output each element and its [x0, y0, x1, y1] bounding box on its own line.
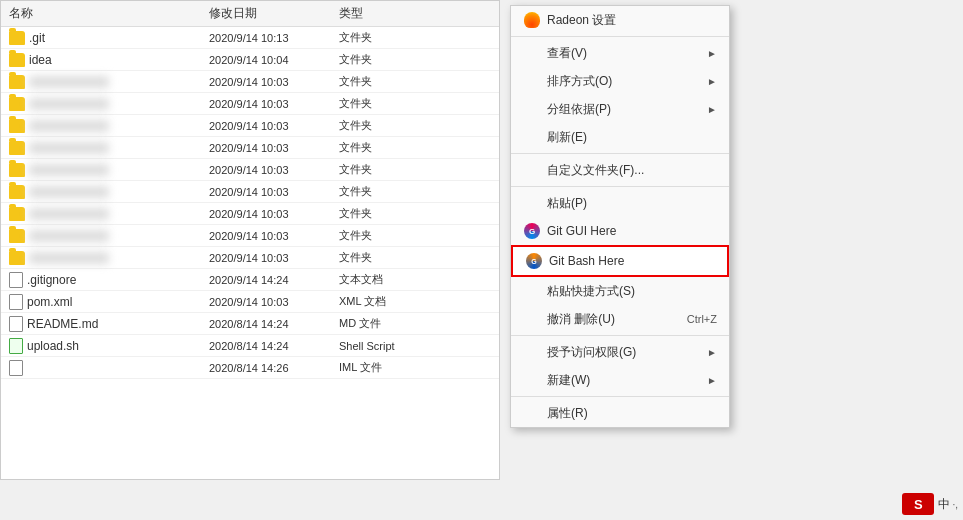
file-list: .git 2020/9/14 10:13 文件夹 idea 2020/9/14 … [1, 27, 499, 379]
folder-icon [9, 251, 25, 265]
col-type: Shell Script [339, 340, 419, 352]
file-name: README.md [27, 317, 98, 331]
menu-item-label: Git Bash Here [549, 254, 715, 268]
system-tray: S 中 ·, [902, 493, 958, 515]
col-type: 文件夹 [339, 184, 419, 199]
menu-item-undo[interactable]: 撤消 删除(U) Ctrl+Z [511, 305, 729, 333]
table-row[interactable]: 2020/9/14 10:03 文件夹 [1, 181, 499, 203]
folder-icon [9, 31, 25, 45]
menu-item-git-bash[interactable]: G Git Bash Here [511, 245, 729, 277]
col-date: 2020/8/14 14:24 [209, 318, 339, 330]
table-row[interactable]: 2020/9/14 10:03 文件夹 [1, 71, 499, 93]
menu-item-paste-shortcut[interactable]: 粘贴快捷方式(S) [511, 277, 729, 305]
menu-item-label: 粘贴快捷方式(S) [547, 283, 717, 300]
menu-separator [511, 335, 729, 336]
folder-icon [9, 163, 25, 177]
table-row[interactable]: 2020/8/14 14:26 IML 文件 [1, 357, 499, 379]
col-type: 文件夹 [339, 140, 419, 155]
submenu-arrow: ► [707, 76, 717, 87]
menu-item-new[interactable]: 新建(W) ► [511, 366, 729, 394]
table-row[interactable]: pom.xml 2020/9/14 10:03 XML 文档 [1, 291, 499, 313]
file-icon [9, 272, 23, 288]
col-name: .git [9, 31, 209, 45]
menu-icon-empty [523, 161, 541, 179]
header-type: 类型 [339, 5, 419, 22]
menu-item-refresh[interactable]: 刷新(E) [511, 123, 729, 151]
col-type: 文件夹 [339, 96, 419, 111]
file-name: .gitignore [27, 273, 76, 287]
col-type: 文件夹 [339, 74, 419, 89]
table-row[interactable]: upload.sh 2020/8/14 14:24 Shell Script [1, 335, 499, 357]
col-name [9, 251, 209, 265]
menu-item-label: 授予访问权限(G) [547, 344, 707, 361]
menu-icon-empty [523, 100, 541, 118]
table-row[interactable]: .gitignore 2020/9/14 14:24 文本文档 [1, 269, 499, 291]
menu-icon-empty [523, 371, 541, 389]
menu-item-paste[interactable]: 粘贴(P) [511, 189, 729, 217]
file-name [29, 164, 109, 176]
col-name [9, 207, 209, 221]
col-type: 文件夹 [339, 206, 419, 221]
explorer-header: 名称 修改日期 类型 [1, 1, 499, 27]
menu-item-customize[interactable]: 自定义文件夹(F)... [511, 156, 729, 184]
table-row[interactable]: 2020/9/14 10:03 文件夹 [1, 203, 499, 225]
folder-icon [9, 75, 25, 89]
menu-item-radeon[interactable]: Radeon 设置 [511, 6, 729, 34]
col-date: 2020/9/14 10:03 [209, 296, 339, 308]
menu-item-group[interactable]: 分组依据(P) ► [511, 95, 729, 123]
col-date: 2020/9/14 10:03 [209, 208, 339, 220]
col-date: 2020/9/14 10:03 [209, 120, 339, 132]
table-row[interactable]: 2020/9/14 10:03 文件夹 [1, 247, 499, 269]
col-type: MD 文件 [339, 316, 419, 331]
sogou-icon: S [902, 493, 934, 515]
file-name: pom.xml [27, 295, 72, 309]
file-name: upload.sh [27, 339, 79, 353]
menu-item-label: 粘贴(P) [547, 195, 717, 212]
col-date: 2020/9/14 10:03 [209, 252, 339, 264]
col-date: 2020/9/14 10:03 [209, 98, 339, 110]
table-row[interactable]: 2020/9/14 10:03 文件夹 [1, 93, 499, 115]
table-row[interactable]: idea 2020/9/14 10:04 文件夹 [1, 49, 499, 71]
table-row[interactable]: README.md 2020/8/14 14:24 MD 文件 [1, 313, 499, 335]
table-row[interactable]: 2020/9/14 10:03 文件夹 [1, 159, 499, 181]
table-row[interactable]: 2020/9/14 10:03 文件夹 [1, 115, 499, 137]
col-type: 文件夹 [339, 52, 419, 67]
table-row[interactable]: .git 2020/9/14 10:13 文件夹 [1, 27, 499, 49]
menu-item-label: Radeon 设置 [547, 12, 717, 29]
folder-icon [9, 119, 25, 133]
menu-item-git-gui[interactable]: G Git GUI Here [511, 217, 729, 245]
menu-separator [511, 153, 729, 154]
submenu-arrow: ► [707, 375, 717, 386]
menu-item-label: 分组依据(P) [547, 101, 707, 118]
col-type: 文件夹 [339, 118, 419, 133]
table-row[interactable]: 2020/9/14 10:03 文件夹 [1, 137, 499, 159]
file-name [29, 76, 109, 88]
menu-item-sort[interactable]: 排序方式(O) ► [511, 67, 729, 95]
col-type: 文件夹 [339, 162, 419, 177]
menu-icon-empty [523, 404, 541, 422]
col-date: 2020/9/14 10:03 [209, 186, 339, 198]
col-date: 2020/9/14 14:24 [209, 274, 339, 286]
col-type: 文件夹 [339, 250, 419, 265]
menu-item-label: 自定义文件夹(F)... [547, 162, 717, 179]
menu-icon-empty [523, 44, 541, 62]
radeon-icon [523, 11, 541, 29]
col-date: 2020/8/14 14:26 [209, 362, 339, 374]
menu-icon-empty [523, 72, 541, 90]
col-type: XML 文档 [339, 294, 419, 309]
col-name: .gitignore [9, 272, 209, 288]
file-explorer: 名称 修改日期 类型 .git 2020/9/14 10:13 文件夹 idea… [0, 0, 500, 480]
col-date: 2020/8/14 14:24 [209, 340, 339, 352]
menu-item-access[interactable]: 授予访问权限(G) ► [511, 338, 729, 366]
submenu-arrow: ► [707, 48, 717, 59]
menu-icon-empty [523, 282, 541, 300]
table-row[interactable]: 2020/9/14 10:03 文件夹 [1, 225, 499, 247]
menu-icon-empty [523, 343, 541, 361]
col-name [9, 185, 209, 199]
col-date: 2020/9/14 10:03 [209, 142, 339, 154]
menu-item-properties[interactable]: 属性(R) [511, 399, 729, 427]
menu-item-view[interactable]: 查看(V) ► [511, 39, 729, 67]
menu-separator [511, 36, 729, 37]
context-menu: Radeon 设置 查看(V) ► 排序方式(O) ► 分组依据(P) ► 刷新… [510, 5, 730, 428]
menu-separator [511, 186, 729, 187]
